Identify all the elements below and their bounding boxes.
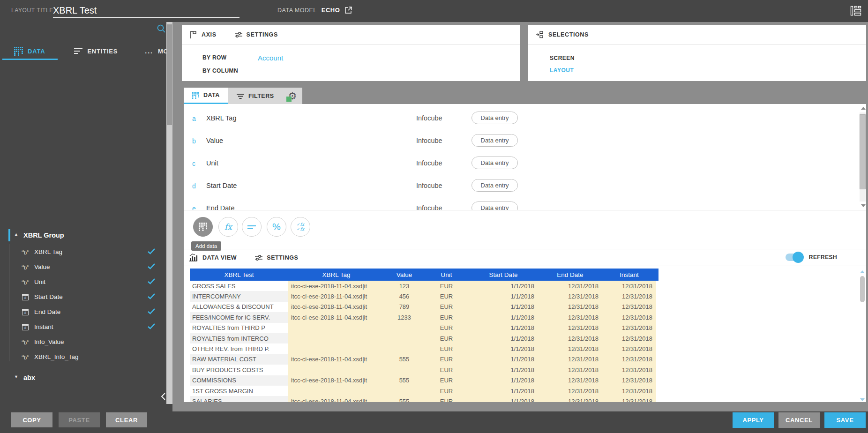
tab-filters[interactable]: FILTERS [228,88,283,104]
save-button[interactable]: SAVE [824,412,866,428]
sort-button[interactable] [242,217,262,237]
tree-item-label: Instant [34,323,53,330]
rows-scrollbar-thumb[interactable] [860,114,866,189]
sidebar-tab-entities[interactable]: ENTITIES [74,47,118,55]
table-row[interactable]: COMMISSIONSitcc-ci-ese-2018-11-04.xsd|it… [190,375,658,386]
row-action-button[interactable]: Data entry [471,202,518,210]
column-header[interactable]: Unit [424,269,469,281]
data-view-settings-label: SETTINGS [267,254,298,261]
column-header[interactable]: XBRL Tag [288,269,384,281]
table-row[interactable]: ROYALTIES from INTERCOEUR1/1/201812/31/2… [190,333,658,343]
column-header[interactable]: End Date [538,269,602,281]
table-row[interactable]: 1ST GROSS MARGINEUR1/1/201812/31/201812/… [190,386,658,396]
table-cell [288,386,384,396]
layout-data-row[interactable]: c Unit Infocube Data entry [184,155,866,173]
rows-scrollbar[interactable] [860,105,866,209]
table-scrollbar[interactable] [860,269,865,402]
table-row[interactable]: BUY PRODUCTS COSTSEUR1/1/201812/31/20181… [190,365,658,375]
layout-title-input[interactable] [53,4,239,18]
table-row[interactable]: FEES/INCOME for IC SERV.itcc-ci-ese-2018… [190,312,658,322]
tree-item[interactable]: abc 8 End Date [0,304,165,319]
tree-item-label: Info_Value [34,338,64,345]
green-square-badge [286,97,292,102]
layout-data-row[interactable]: d Start Date Infocube Data entry [184,177,866,196]
row-name: XBRL Tag [206,114,237,122]
table-cell: 12/31/2018 [602,365,656,375]
table-cell: 12/31/2018 [538,302,602,312]
layout-data-row[interactable]: a XBRL Tag Infocube Data entry [184,110,866,128]
add-data-button[interactable] [193,217,213,237]
tab-data[interactable]: DATA [184,88,228,104]
paste-button[interactable]: PASTE [59,412,100,427]
layout-data-row[interactable]: e End Date Infocube Data entry [184,200,866,210]
table-cell: 12/31/2018 [538,281,602,291]
refresh-toggle[interactable] [786,254,802,261]
selections-panel-title[interactable]: SELECTIONS [548,31,589,38]
copy-button[interactable]: COPY [11,412,52,427]
caret-icon[interactable]: ▼ [14,374,18,379]
sidebar-scrollbar-thumb[interactable] [167,24,172,125]
column-header[interactable]: Value [384,269,424,281]
axis-panel-title[interactable]: AXIS [202,31,217,38]
scroll-down-icon[interactable] [860,398,865,401]
scroll-up-icon[interactable] [861,107,866,110]
selected-group-bar [8,229,10,241]
tab-gear[interactable]: ⚙ [283,88,303,104]
table-row[interactable]: SALARIESitcc-ci-ese-2018-11-04.xsd|it555… [190,396,658,402]
table-cell: itcc-ci-ese-2018-11-04.xsd|it [288,281,384,291]
abc-icon: abc [21,248,30,255]
caret-icon[interactable]: ▲ [14,232,18,237]
table-row[interactable]: OTHER REV. from THIRD P.EUR1/1/201812/31… [190,343,658,354]
table-row[interactable]: ROYALTIES from THIRD PEUR1/1/201812/31/2… [190,323,658,333]
clear-button[interactable]: CLEAR [106,412,147,427]
add-data-icon [199,223,207,231]
tree-item[interactable]: abc 8 Unit [0,274,165,289]
row-source: Infocube [416,114,442,122]
tree-item[interactable]: abc 8 Start Date [0,289,165,304]
layout-data-row[interactable]: b Value Infocube Data entry [184,132,866,151]
tree-group[interactable]: ▼ abx [0,371,165,385]
sidebar-tab-data[interactable]: DATA [14,47,45,56]
layout-designer-icon[interactable] [850,6,861,16]
apply-button[interactable]: APPLY [733,412,774,428]
table-row[interactable]: GROSS SALESitcc-ci-ese-2018-11-04.xsd|it… [190,281,658,291]
column-header[interactable]: XBRL Test [190,269,288,281]
toggle-knob[interactable] [793,252,804,263]
row-action-button[interactable]: Data entry [471,179,518,192]
tree-item[interactable]: abc 8 XBRL_Info_Tag [0,349,165,364]
selections-layout[interactable]: LAYOUT [550,64,866,76]
tree-item[interactable]: abc 8 XBRL Tag [0,244,165,259]
tree-item[interactable]: abc 8 Instant [0,319,165,334]
scroll-up-icon[interactable] [860,270,865,273]
row-source: Infocube [416,159,442,167]
scroll-down-icon[interactable] [861,204,866,207]
data-view-settings[interactable]: SETTINGS [254,254,298,261]
data-view-title[interactable]: DATA VIEW [202,254,237,261]
tree-item[interactable]: abc 8 Info_Value [0,334,165,349]
percent-button[interactable]: % [267,217,286,237]
search-icon[interactable] [157,24,166,33]
selections-screen[interactable]: SCREEN [550,52,866,64]
cancel-button[interactable]: CANCEL [778,412,820,428]
table-row[interactable]: RAW MATERIAL COSTitcc-ci-ese-2018-11-04.… [190,354,658,365]
sidebar-scrollbar[interactable] [166,22,172,404]
table-row[interactable]: INTERCOMPANYitcc-ci-ese-2018-11-04.xsd|i… [190,291,658,301]
table-scrollbar-thumb[interactable] [860,276,865,302]
grid-data-icon [14,47,23,56]
by-row-value[interactable]: Account [258,54,283,62]
chevron-left-icon[interactable] [160,392,166,401]
table-cell: 1/1/2018 [469,365,538,375]
tree-item[interactable]: abc 8 Value [0,259,165,274]
external-link-icon[interactable] [344,6,352,14]
add-formula-button[interactable]: fx [218,217,238,237]
row-action-button[interactable]: Data entry [471,157,518,169]
table-row[interactable]: ALLOWANCES & DISCOUNTitcc-ci-ese-2018-11… [190,302,658,312]
axis-settings[interactable]: SETTINGS [234,31,278,38]
tree-group[interactable]: ▲ XBRL Group [0,228,165,242]
column-header[interactable]: Start Date [469,269,538,281]
table-cell [288,333,384,343]
row-action-button[interactable]: Data entry [471,134,518,147]
column-header[interactable]: Instant [602,269,656,281]
row-action-button[interactable]: Data entry [471,112,518,124]
validated-formulas-button[interactable]: ✓fx✓fx [291,217,310,237]
